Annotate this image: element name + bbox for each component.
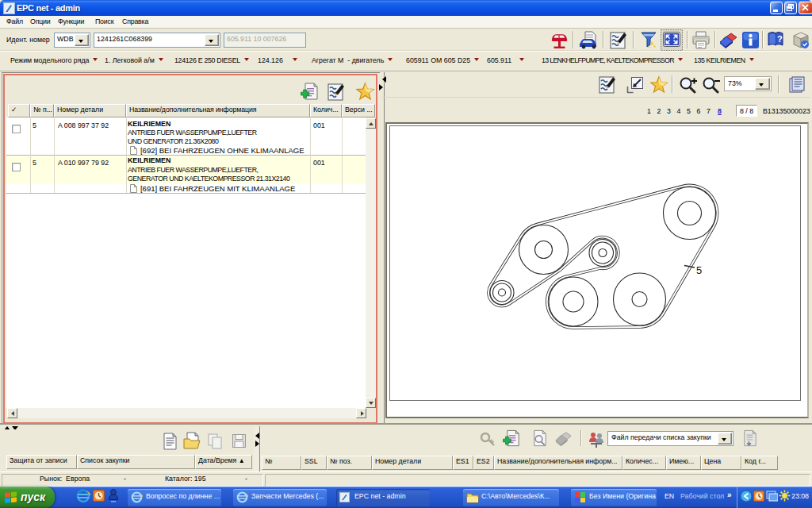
svg-text:5: 5	[696, 264, 702, 276]
svg-text:?: ?	[777, 34, 783, 44]
